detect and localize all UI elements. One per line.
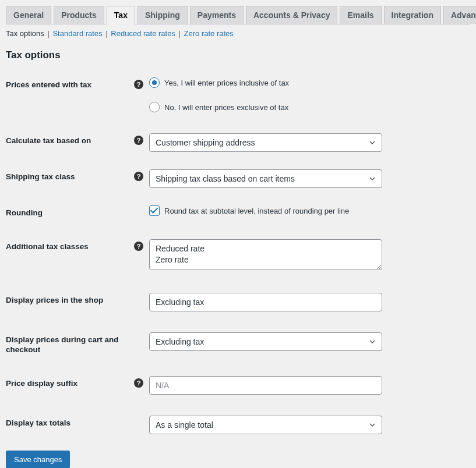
tab-integration[interactable]: Integration (384, 6, 441, 24)
separator: | (178, 29, 182, 38)
label-price-suffix: Price display suffix (6, 376, 134, 389)
input-price-suffix[interactable]: N/A (149, 376, 382, 395)
tab-shipping[interactable]: Shipping (137, 6, 188, 24)
subsection-nav: Tax options | Standard rates | Reduced r… (6, 29, 470, 38)
checkbox-rounding[interactable]: Round tax at subtotal level, instead of … (149, 205, 470, 216)
radio-exclusive-label: No, I will enter prices exclusive of tax (164, 103, 288, 112)
label-calc-based: Calculate tax based on (6, 133, 134, 146)
select-display-shop-value: Excluding tax (156, 297, 204, 307)
select-shipping-class[interactable]: Shipping tax class based on cart items (149, 169, 382, 188)
label-shipping-class: Shipping tax class (6, 169, 134, 182)
select-calc-based[interactable]: Customer shipping address (149, 133, 382, 152)
select-display-cart[interactable]: Excluding tax (149, 332, 382, 351)
checkbox-rounding-input[interactable] (149, 205, 160, 216)
select-tax-totals-value: As a single total (156, 420, 213, 430)
checkbox-rounding-label: Round tax at subtotal level, instead of … (164, 207, 349, 215)
page-title: Tax options (6, 49, 470, 61)
label-additional-classes: Additional tax classes (6, 239, 134, 252)
help-icon[interactable]: ? (134, 136, 143, 145)
row-display-cart: Display prices during cart and checkout … (6, 322, 470, 366)
settings-tabs: General Products Tax Shipping Payments A… (6, 6, 470, 24)
select-shipping-class-value: Shipping tax class based on cart items (156, 174, 295, 183)
subsection-reduced-rates[interactable]: Reduced rate rates (111, 29, 175, 38)
row-prices-entered: Prices entered with tax ? Yes, I will en… (6, 67, 470, 123)
tab-products[interactable]: Products (54, 6, 104, 24)
subsection-standard-rates[interactable]: Standard rates (52, 29, 102, 38)
help-icon[interactable]: ? (134, 242, 143, 251)
input-price-suffix-placeholder: N/A (156, 381, 169, 390)
radio-inclusive-input[interactable] (149, 77, 160, 88)
row-tax-totals: Display tax totals As a single total (6, 405, 470, 445)
chevron-down-icon (369, 139, 376, 146)
label-rounding: Rounding (6, 205, 134, 218)
chevron-down-icon (369, 175, 376, 182)
tab-accounts-privacy[interactable]: Accounts & Privacy (246, 6, 338, 24)
row-display-shop: Display prices in the shop Excluding tax (6, 282, 470, 322)
tab-general[interactable]: General (6, 6, 51, 24)
help-icon[interactable]: ? (134, 80, 143, 89)
radio-exclusive[interactable]: No, I will enter prices exclusive of tax (149, 102, 470, 112)
separator: | (46, 29, 50, 38)
help-icon[interactable]: ? (134, 378, 143, 388)
textarea-additional-classes[interactable] (149, 239, 382, 270)
label-display-shop: Display prices in the shop (6, 293, 134, 306)
subsection-zero-rates[interactable]: Zero rate rates (184, 29, 234, 38)
select-display-shop[interactable]: Excluding tax (149, 293, 382, 311)
separator: | (104, 29, 108, 38)
label-tax-totals: Display tax totals (6, 416, 134, 428)
radio-inclusive[interactable]: Yes, I will enter prices inclusive of ta… (149, 77, 470, 88)
tab-emails[interactable]: Emails (340, 6, 381, 24)
label-display-cart: Display prices during cart and checkout (6, 332, 134, 355)
help-icon[interactable]: ? (134, 172, 143, 181)
select-calc-based-value: Customer shipping address (156, 138, 255, 147)
label-prices-entered: Prices entered with tax (6, 77, 134, 90)
radio-exclusive-input[interactable] (149, 102, 160, 112)
tab-advanced[interactable]: Advanced (443, 6, 476, 24)
select-tax-totals[interactable]: As a single total (149, 416, 382, 434)
chevron-down-icon (369, 421, 376, 428)
row-calc-based: Calculate tax based on ? Customer shippi… (6, 123, 470, 162)
row-price-suffix: Price display suffix ? N/A (6, 366, 470, 405)
radio-inclusive-label: Yes, I will enter prices inclusive of ta… (164, 79, 289, 87)
tab-payments[interactable]: Payments (190, 6, 244, 24)
row-additional-classes: Additional tax classes ? (6, 229, 470, 282)
row-rounding: Rounding Round tax at subtotal level, in… (6, 195, 470, 229)
chevron-down-icon (369, 338, 376, 345)
row-shipping-class: Shipping tax class ? Shipping tax class … (6, 162, 470, 195)
subsection-current: Tax options (6, 29, 44, 38)
tab-tax[interactable]: Tax (107, 6, 135, 24)
save-button[interactable]: Save changes (6, 451, 70, 468)
select-display-cart-value: Excluding tax (156, 337, 204, 346)
